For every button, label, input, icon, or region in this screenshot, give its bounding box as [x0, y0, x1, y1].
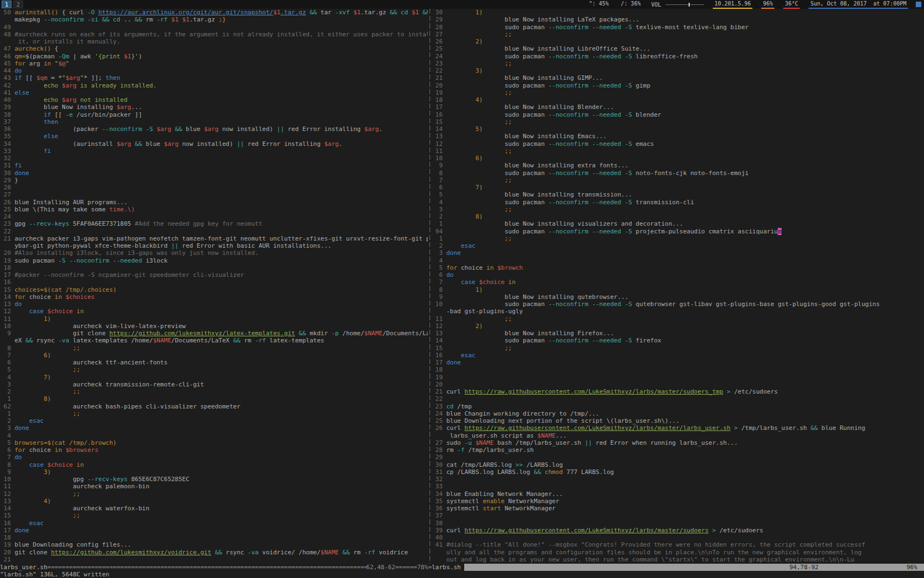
code-token: sudo pacman — [446, 170, 548, 177]
line-number: 48 — [0, 31, 11, 38]
code-line: 16 sudo pacman --noconfirm --needed -S b… — [432, 111, 924, 118]
line-number: 7 — [432, 177, 443, 184]
line-number: 5 — [0, 439, 11, 446]
line-number: 43 — [0, 74, 11, 81]
statusline-ruler-left: 62,48-62 — [366, 564, 395, 571]
code-line: 39 blue Now installing $arg... — [0, 103, 428, 111]
code-token: $arg — [364, 126, 379, 133]
code-token: blue Now installing visualizers and deco… — [446, 220, 683, 227]
line-number: 15 — [432, 345, 443, 352]
tray-icon[interactable] — [916, 2, 921, 7]
code-token: --noconfirm -si — [43, 16, 98, 23]
code-token — [14, 374, 43, 381]
code-token: -Qm — [58, 53, 69, 60]
line-number: 2 — [0, 417, 11, 424]
code-token — [339, 549, 343, 556]
code-token: . — [379, 126, 383, 133]
code-token: sudo pacman — [446, 82, 548, 89]
line-number: 17 — [432, 359, 443, 366]
code-line: 17 blue Now installing Blender... — [432, 103, 924, 111]
code-token: --noconfirm --needed -S — [548, 140, 632, 148]
code-token: .tar.gz — [361, 9, 390, 16]
code-line: 27 — [0, 191, 428, 198]
code-token: || — [237, 140, 244, 148]
code-line: 8 1) — [432, 286, 924, 293]
code-token: voidrice/ /home/ — [258, 549, 321, 556]
code-token — [446, 148, 504, 155]
line-number: 20 — [0, 549, 11, 556]
code-token: --noconfirm --needed -S — [548, 82, 632, 89]
code-token: blue Now installing GIMP... — [446, 74, 603, 81]
line-number: 28 — [432, 446, 443, 454]
workspace-1[interactable]: 1 — [2, 1, 12, 8]
line-number: 8 — [0, 345, 11, 352]
code-token — [14, 468, 43, 476]
code-token: /Documents/LaTeX — [171, 337, 233, 344]
code-line: 11 aurcheck palemoon-bin — [0, 483, 428, 490]
code-token: for — [14, 293, 25, 301]
code-token: 1) — [475, 9, 482, 16]
line-number: 25 — [0, 206, 11, 213]
code-token: --recv-keys — [87, 476, 128, 483]
code-line: 7do — [0, 454, 428, 461]
code-token — [211, 549, 215, 556]
code-token: ;; — [504, 89, 512, 96]
line-number: 7 — [0, 352, 11, 359]
code-line: 2 esac — [0, 417, 428, 424]
code-line: 41else — [0, 89, 428, 96]
line-number: 46 — [0, 53, 11, 60]
line-number: 7 — [432, 279, 443, 286]
cursor-block: m — [778, 228, 782, 235]
code-token: --noconfirm --needed -S — [548, 24, 632, 31]
code-line: 25 blue Now installing LibreOffice Suite… — [432, 45, 924, 52]
code-token: -f — [457, 446, 464, 454]
code-token: 4) — [475, 96, 482, 103]
code-line: 48#aurcheck runs on each of its argument… — [0, 31, 428, 38]
code-token: #Also installing i3lock, since i3-gaps w… — [14, 249, 258, 257]
line-number: 23 — [0, 220, 11, 227]
code-line: 46qm=$(pacman -Qm | awk '{print $1}') — [0, 53, 428, 60]
window-separator[interactable] — [428, 9, 432, 564]
line-number: 30 — [0, 170, 11, 177]
code-token: $arg — [157, 126, 172, 133]
code-line: 35systemctl enable NetworkManager — [432, 498, 924, 505]
line-number: 11 — [0, 315, 11, 323]
code-token: $arg — [164, 140, 179, 148]
editor-pane-right[interactable]: 30 1)29 blue Now installing LaTeX packag… — [432, 9, 924, 564]
code-token: in — [486, 264, 493, 271]
code-token: i3lock — [142, 257, 167, 264]
editor-pane-left[interactable]: 50aurinstall() { curl -O https://aur.arc… — [0, 9, 428, 564]
code-token: && — [343, 549, 350, 556]
code-token: blue Now installing LibreOffice Suite... — [446, 45, 650, 52]
volume-slider[interactable] — [666, 4, 704, 5]
screen: 1 2 ": 45% /: 36% VOL 10.201.5.96 96% 36… — [0, 0, 924, 578]
code-token: > — [712, 527, 716, 534]
code-token: is already installed. — [76, 82, 157, 89]
line-number: 32 — [0, 155, 11, 162]
code-token: --noconfirm --needed -S — [548, 170, 632, 177]
line-number: 1 — [0, 395, 11, 402]
code-token: $arg — [117, 103, 131, 111]
line-number: 39 — [0, 103, 11, 111]
code-token: https://raw.githubusercontent.com/LukeSm… — [465, 424, 730, 432]
code-line: 2 esac — [432, 242, 924, 249]
code-line: 1 ;; — [432, 235, 924, 242]
temperature-indicator: 36°C — [783, 0, 800, 9]
line-number: 14 — [0, 505, 11, 512]
code-token: done — [14, 527, 29, 534]
volume-handle[interactable] — [689, 3, 690, 7]
code-line: 16 — [0, 279, 428, 286]
code-token: blue Changin working directory to /tmp/.… — [446, 410, 599, 417]
code-token: -va — [58, 337, 69, 344]
code-line: 28 sudo pacman --noconfirm --needed -S t… — [432, 24, 924, 31]
code-token: voidrice — [375, 549, 408, 556]
line-number: 21 — [0, 556, 11, 563]
workspace-2[interactable]: 2 — [13, 1, 23, 8]
code-line: 20git clone https://github.com/lukesmith… — [0, 549, 428, 556]
line-number: 30 — [432, 9, 443, 16]
code-token: cd — [113, 16, 120, 23]
code-token: arg — [25, 60, 43, 67]
code-line: 30cat /tmp/LARBS.log >> /LARBS.log — [432, 461, 924, 468]
statusline-active: larbs.sh 94,78-92 96% — [432, 564, 924, 571]
code-line: 11 ;; — [432, 315, 924, 323]
